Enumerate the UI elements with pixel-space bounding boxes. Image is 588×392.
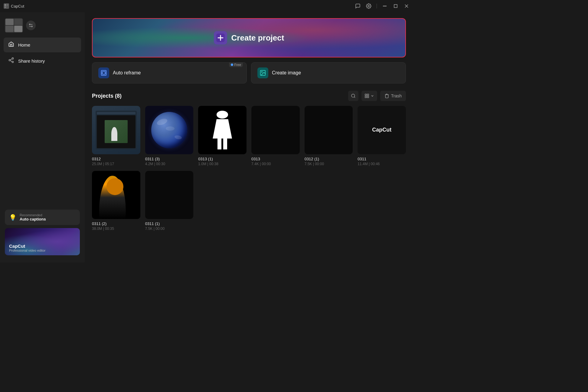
- project-meta-0: 25.0M | 05:17: [92, 162, 140, 166]
- svg-rect-0: [5, 4, 6, 6]
- banner-content: Create project: [93, 19, 405, 57]
- sidebar-item-share-history[interactable]: Share history: [4, 54, 81, 68]
- project-meta-6: 38.0M | 00:35: [92, 227, 140, 231]
- svg-point-25: [351, 94, 355, 97]
- view-toggle-button[interactable]: [361, 91, 377, 101]
- svg-line-13: [10, 59, 12, 60]
- sidebar-item-home[interactable]: Home: [4, 38, 81, 52]
- sidebar: Home Share history 💡: [0, 12, 85, 263]
- recommended-text: Recommended Auto captions: [20, 213, 46, 221]
- svg-point-4: [368, 5, 370, 7]
- project-card-7[interactable]: 0311 (1) 7.5K | 00:00: [145, 171, 194, 231]
- project-thumbnail-1: [145, 106, 194, 154]
- avatar-cell-4: [14, 26, 22, 32]
- title-bar: CapCut: [0, 0, 413, 12]
- project-card-4[interactable]: 0312 (1) 7.5K | 00:00: [305, 106, 353, 166]
- create-image-button[interactable]: Create image: [251, 62, 406, 83]
- project-name-1: 0311 (3): [145, 157, 194, 161]
- auto-reframe-label: Auto reframe: [113, 70, 141, 76]
- svg-point-11: [12, 61, 14, 63]
- svg-point-24: [261, 71, 262, 72]
- svg-point-10: [9, 60, 11, 61]
- quick-actions: Free Auto reframe: [92, 62, 406, 83]
- trash-button[interactable]: Trash: [380, 91, 406, 101]
- create-plus-icon: [214, 31, 227, 44]
- switch-account-button[interactable]: [26, 21, 36, 30]
- settings-icon[interactable]: [366, 3, 372, 9]
- project-thumbnail-0: [92, 106, 140, 154]
- svg-rect-3: [7, 6, 8, 8]
- project-card-6[interactable]: 0311 (2) 38.0M | 00:35: [92, 171, 140, 231]
- auto-reframe-button[interactable]: Free Auto reframe: [92, 62, 247, 83]
- project-meta-2: 1.0M | 00:38: [198, 162, 247, 166]
- svg-rect-2: [5, 6, 6, 8]
- maximize-button[interactable]: [393, 3, 399, 9]
- trash-label: Trash: [391, 93, 402, 98]
- svg-rect-1: [7, 4, 8, 6]
- lightbulb-icon: 💡: [9, 214, 17, 221]
- project-name-3: 0313: [251, 157, 300, 161]
- sidebar-bottom: 💡 Recommended Auto captions CapCut Profe…: [0, 206, 85, 259]
- close-button[interactable]: [403, 3, 410, 9]
- sidebar-nav: Home Share history: [0, 38, 85, 206]
- project-name-6: 0311 (2): [92, 221, 140, 226]
- project-card-1[interactable]: 0311 (3) 4.2M | 00:30: [145, 106, 194, 166]
- create-project-label: Create project: [231, 33, 284, 43]
- promo-subtitle: Professional video editor: [9, 249, 45, 252]
- promo-card[interactable]: CapCut Professional video editor: [5, 228, 80, 255]
- svg-point-9: [12, 58, 14, 59]
- app-logo: CapCut: [4, 3, 24, 9]
- svg-line-12: [10, 60, 12, 61]
- svg-rect-6: [394, 5, 397, 8]
- recommended-card[interactable]: 💡 Recommended Auto captions: [5, 210, 80, 225]
- auto-captions-label: Auto captions: [20, 217, 46, 221]
- title-bar-left: CapCut: [4, 3, 24, 9]
- project-card-0[interactable]: 0312 25.0M | 05:17: [92, 106, 140, 166]
- project-name-4: 0312 (1): [305, 157, 353, 161]
- projects-header: Projects (8): [92, 91, 406, 101]
- auto-reframe-icon: [98, 67, 109, 78]
- project-thumbnail-3: [251, 106, 300, 154]
- promo-title: CapCut: [9, 243, 45, 249]
- free-badge-dot: [231, 64, 233, 66]
- project-card-2[interactable]: 0313 (1) 1.0M | 00:38: [198, 106, 247, 166]
- project-card-3[interactable]: 0313 7.4K | 00:00: [251, 106, 300, 166]
- sidebar-profile: [0, 16, 85, 38]
- free-badge: Free: [229, 62, 243, 67]
- project-meta-5: 11.4M | 00:46: [358, 162, 406, 166]
- free-label: Free: [234, 63, 241, 67]
- create-image-icon: [257, 67, 268, 78]
- app-logo-icon: [4, 3, 9, 9]
- project-meta-1: 4.2M | 00:30: [145, 162, 194, 166]
- feedback-icon[interactable]: [355, 3, 361, 9]
- promo-content: CapCut Professional video editor: [9, 243, 45, 252]
- project-thumbnail-4: [305, 106, 353, 154]
- home-icon: [8, 41, 15, 49]
- svg-rect-5: [383, 6, 387, 6]
- project-card-5[interactable]: CapCut 0311 11.4M | 00:46: [358, 106, 406, 166]
- project-name-2: 0313 (1): [198, 157, 247, 161]
- svg-rect-29: [365, 96, 367, 98]
- project-thumbnail-7: [145, 171, 194, 219]
- recommended-label: Recommended: [20, 213, 46, 217]
- svg-rect-30: [367, 96, 369, 98]
- project-thumbnail-6: [92, 171, 140, 219]
- avatar-cell-2: [14, 19, 22, 25]
- svg-rect-28: [367, 94, 369, 96]
- title-bar-controls: [355, 3, 410, 9]
- project-meta-4: 7.5K | 00:00: [305, 162, 353, 166]
- svg-line-26: [354, 97, 355, 98]
- minimize-button[interactable]: [382, 3, 388, 9]
- project-meta-7: 7.5K | 00:00: [145, 227, 194, 231]
- search-button[interactable]: [348, 91, 358, 101]
- svg-rect-17: [101, 70, 106, 76]
- projects-controls: Trash: [348, 91, 406, 101]
- create-project-banner[interactable]: Create project: [92, 18, 406, 57]
- project-name-7: 0311 (1): [145, 221, 194, 226]
- project-name-5: 0311: [358, 157, 406, 161]
- svg-rect-27: [365, 94, 367, 96]
- main-layout: Home Share history 💡: [0, 12, 413, 263]
- share-icon: [8, 57, 15, 65]
- projects-grid: 0312 25.0M | 05:17 0311 (3) 4.2M | 00:30: [92, 106, 406, 231]
- create-image-label: Create image: [272, 70, 301, 76]
